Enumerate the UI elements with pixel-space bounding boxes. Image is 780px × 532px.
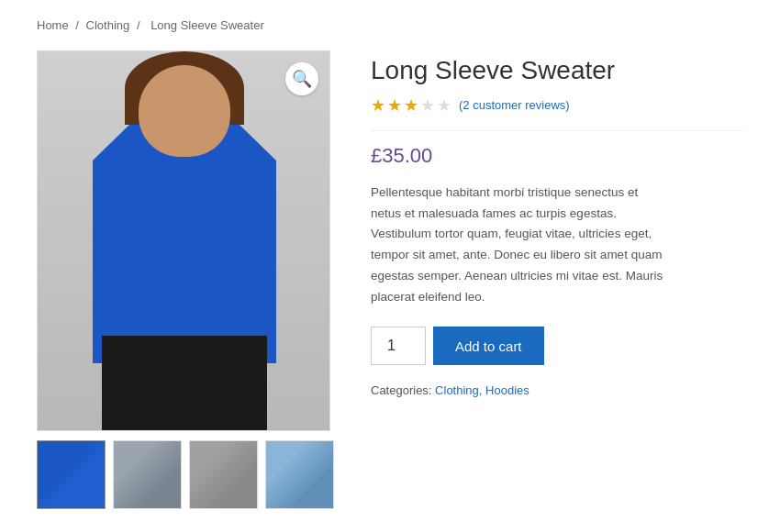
breadcrumb: Home / Clothing / Long Sleeve Sweater: [37, 18, 743, 32]
star-3: ★: [404, 95, 418, 116]
product-details: Long Sleeve Sweater ★ ★ ★ ★ ★ (2 custome…: [371, 50, 743, 397]
add-to-cart-row: Add to cart: [371, 327, 743, 365]
categories-label: Categories:: [371, 383, 431, 397]
breadcrumb-sep1: /: [75, 18, 79, 32]
thumbnail-3[interactable]: [189, 440, 258, 509]
category-clothing[interactable]: Clothing: [435, 383, 479, 397]
zoom-icon[interactable]: 🔍: [285, 62, 318, 95]
thumbnail-1[interactable]: [37, 440, 106, 509]
star-2: ★: [387, 95, 402, 116]
breadcrumb-clothing[interactable]: Clothing: [86, 18, 130, 32]
star-rating: ★ ★ ★ ★ ★: [371, 95, 451, 116]
product-images: 🔍: [37, 50, 334, 509]
breadcrumb-current: Long Sleeve Sweater: [150, 18, 264, 32]
star-5: ★: [437, 95, 451, 116]
page-wrapper: Home / Clothing / Long Sleeve Sweater 🔍: [0, 0, 780, 532]
model-head: [139, 65, 230, 157]
thumbnail-2[interactable]: [113, 440, 182, 509]
quantity-input[interactable]: [371, 327, 426, 365]
main-image: 🔍: [37, 50, 330, 431]
add-to-cart-button[interactable]: Add to cart: [433, 327, 544, 365]
category-hoodies[interactable]: Hoodies: [485, 383, 529, 397]
breadcrumb-sep2: /: [137, 18, 140, 32]
categories-row: Categories: Clothing, Hoodies: [371, 383, 743, 397]
thumbnail-4[interactable]: [265, 440, 334, 509]
divider-1: [371, 130, 743, 131]
product-layout: 🔍 Long Sleeve Sweater: [37, 50, 743, 509]
product-price: £35.00: [371, 144, 743, 168]
rating-row: ★ ★ ★ ★ ★ (2 customer reviews): [371, 95, 743, 116]
reviews-link[interactable]: (2 customer reviews): [459, 98, 570, 112]
product-title: Long Sleeve Sweater: [371, 55, 743, 86]
star-1: ★: [371, 95, 385, 116]
breadcrumb-home[interactable]: Home: [37, 18, 69, 32]
product-photo: [38, 51, 329, 430]
product-description: Pellentesque habitant morbi tristique se…: [371, 183, 664, 309]
star-4: ★: [420, 95, 435, 116]
thumbnail-row: [37, 440, 334, 509]
